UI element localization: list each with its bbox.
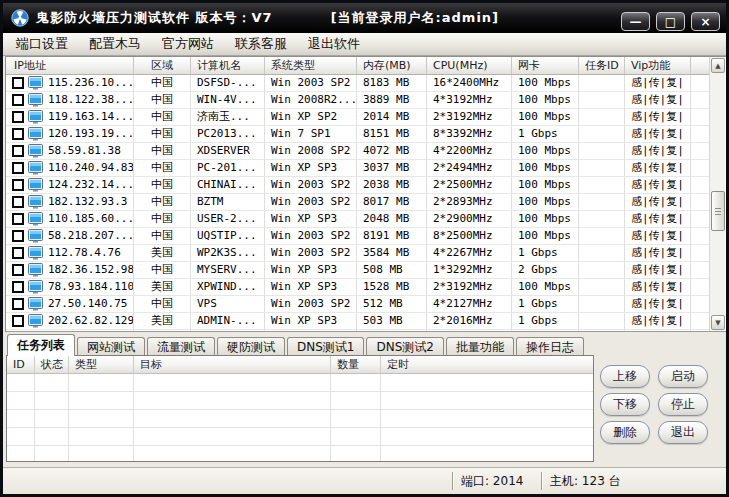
host-vip-functions[interactable]: 感|传|复| xyxy=(625,160,691,176)
host-row[interactable]: 感|传|复| xyxy=(6,330,709,331)
host-row[interactable]: 110.240.94.83 中国 PC-201... Win XP SP3 30… xyxy=(6,160,709,177)
host-checkbox[interactable] xyxy=(12,230,24,242)
host-row[interactable]: 78.93.184.110 美国 XPWIND... Win XP SP3 15… xyxy=(6,279,709,296)
start-button[interactable]: 启动 xyxy=(658,365,708,388)
host-vip-functions[interactable]: 感|传|复| xyxy=(625,228,691,244)
host-row[interactable]: 115.236.10... 中国 DSFSD-... Win 2003 SP2 … xyxy=(6,75,709,92)
host-vip-functions[interactable]: 感|传|复| xyxy=(625,109,691,125)
host-cpu: 16*2400MHz xyxy=(427,75,512,91)
minimize-icon: — xyxy=(630,16,642,28)
host-row[interactable]: 120.193.19... 中国 PC2013... Win 7 SP1 815… xyxy=(6,126,709,143)
column-header-task-id[interactable]: 任务ID xyxy=(579,57,625,74)
task-column-count[interactable]: 数量 xyxy=(331,356,381,373)
scroll-thumb[interactable] xyxy=(711,191,725,231)
host-row[interactable]: 58.218.207... 中国 UQSTIP... Win 2003 SP2 … xyxy=(6,228,709,245)
host-checkbox[interactable] xyxy=(12,281,24,293)
stop-button[interactable]: 停止 xyxy=(658,393,708,416)
close-button[interactable]: × xyxy=(691,12,720,31)
status-port: 端口: 2014 xyxy=(453,468,541,494)
tab-website-test[interactable]: 网站测试 xyxy=(77,337,145,356)
column-header-computer-name[interactable]: 计算机名 xyxy=(191,57,265,74)
host-ip: 58.59.81.38 xyxy=(48,143,121,159)
host-row[interactable]: 182.132.93.3 中国 BZTM Win 2003 SP2 8017 M… xyxy=(6,194,709,211)
host-vip-functions[interactable]: 感|传|复| xyxy=(625,143,691,159)
host-vip-functions[interactable]: 感|传|复| xyxy=(625,194,691,210)
host-checkbox[interactable] xyxy=(12,128,24,140)
host-vip-functions[interactable]: 感|传|复| xyxy=(625,296,691,312)
host-checkbox[interactable] xyxy=(12,179,24,191)
host-row[interactable]: 112.78.4.76 美国 WP2K3S... Win 2003 SP2 35… xyxy=(6,245,709,262)
delete-button[interactable]: 删除 xyxy=(600,421,650,444)
host-row[interactable]: 27.50.140.75 中国 VPS Win 2003 SP2 512 MB … xyxy=(6,296,709,313)
host-checkbox[interactable] xyxy=(12,111,24,123)
column-header-memory[interactable]: 内存(MB) xyxy=(357,57,427,74)
tab-dns-test2[interactable]: DNS测试2 xyxy=(366,337,443,356)
host-memory xyxy=(357,330,427,331)
maximize-icon: □ xyxy=(665,16,676,28)
tab-task-list[interactable]: 任务列表 xyxy=(7,334,75,356)
column-header-nic[interactable]: 网卡 xyxy=(512,57,579,74)
task-column-schedule[interactable]: 定时 xyxy=(381,356,593,373)
column-header-cpu[interactable]: CPU(MHz) xyxy=(427,57,512,74)
host-nic: 100 Mbps xyxy=(512,75,579,91)
host-vip-functions[interactable]: 感|传|复| xyxy=(625,245,691,261)
host-vip-functions[interactable]: 感|传|复| xyxy=(625,262,691,278)
host-checkbox[interactable] xyxy=(12,213,24,225)
host-checkbox[interactable] xyxy=(12,77,24,89)
host-vip-functions[interactable]: 感|传|复| xyxy=(625,279,691,295)
host-vip-functions[interactable]: 感|传|复| xyxy=(625,126,691,142)
menu-item-contact-support[interactable]: 联系客服 xyxy=(228,33,294,55)
tab-operation-log[interactable]: 操作日志 xyxy=(516,337,584,356)
tab-traffic-test[interactable]: 流量测试 xyxy=(147,337,215,356)
scrollbar-track[interactable]: ▲ ▼ xyxy=(709,57,725,331)
tab-dns-test1[interactable]: DNS测试1 xyxy=(287,337,364,356)
menu-item-trojan-config[interactable]: 配置木马 xyxy=(82,33,148,55)
host-vip-functions[interactable]: 感|传|复| xyxy=(625,211,691,227)
host-checkbox[interactable] xyxy=(12,247,24,259)
menu-item-port-settings[interactable]: 端口设置 xyxy=(9,33,75,55)
column-header-vip[interactable]: Vip功能 xyxy=(625,57,691,74)
host-computer-name: XPWIND... xyxy=(191,279,265,295)
menu-item-official-site[interactable]: 官方网站 xyxy=(155,33,221,55)
host-table-header: IP地址 区域 计算机名 系统类型 内存(MB) CPU(MHz) 网卡 任务I… xyxy=(6,57,709,75)
host-os: Win 2003 SP2 xyxy=(265,177,357,193)
column-header-os[interactable]: 系统类型 xyxy=(265,57,357,74)
task-column-status[interactable]: 状态 xyxy=(35,356,69,373)
scroll-up-button[interactable]: ▲ xyxy=(711,58,725,73)
scroll-down-button[interactable]: ▼ xyxy=(711,315,725,330)
host-row[interactable]: 182.36.152.98 中国 MYSERV... Win XP SP3 50… xyxy=(6,262,709,279)
host-vip-functions[interactable]: 感|传|复| xyxy=(625,75,691,91)
host-checkbox[interactable] xyxy=(12,196,24,208)
host-checkbox[interactable] xyxy=(12,298,24,310)
task-column-target[interactable]: 目标 xyxy=(134,356,331,373)
host-row[interactable]: 110.185.60... 中国 USER-2... Win XP SP3 20… xyxy=(6,211,709,228)
host-vip-functions[interactable]: 感|传|复| xyxy=(625,330,691,331)
host-row[interactable]: 202.62.82.129 美国 ADMIN-... Win XP SP3 50… xyxy=(6,313,709,330)
host-vip-functions[interactable]: 感|传|复| xyxy=(625,177,691,193)
exit-button[interactable]: 退出 xyxy=(658,421,708,444)
minimize-button[interactable]: — xyxy=(621,12,650,31)
tab-batch-functions[interactable]: 批量功能 xyxy=(446,337,514,356)
tab-hard-defense-test[interactable]: 硬防测试 xyxy=(217,337,285,356)
host-checkbox[interactable] xyxy=(12,315,24,327)
host-memory: 3584 MB xyxy=(357,245,427,261)
host-row[interactable]: 124.232.14... 中国 CHINAI... Win 2003 SP2 … xyxy=(6,177,709,194)
host-row[interactable]: 58.59.81.38 中国 XDSERVER Win 2008 SP2 407… xyxy=(6,143,709,160)
task-column-type[interactable]: 类型 xyxy=(69,356,134,373)
host-checkbox[interactable] xyxy=(12,94,24,106)
move-down-button[interactable]: 下移 xyxy=(600,393,650,416)
host-vip-functions[interactable]: 感|传|复| xyxy=(625,313,691,329)
host-row[interactable]: 118.122.38... 中国 WIN-4V... Win 2008R2...… xyxy=(6,92,709,109)
maximize-button[interactable]: □ xyxy=(656,12,685,31)
host-cpu: 4*2127MHz xyxy=(427,296,512,312)
column-header-region[interactable]: 区域 xyxy=(134,57,191,74)
task-column-id[interactable]: ID xyxy=(7,356,35,373)
host-checkbox[interactable] xyxy=(12,264,24,276)
host-vip-functions[interactable]: 感|传|复| xyxy=(625,92,691,108)
host-checkbox[interactable] xyxy=(12,145,24,157)
move-up-button[interactable]: 上移 xyxy=(600,365,650,388)
host-checkbox[interactable] xyxy=(12,162,24,174)
host-row[interactable]: 119.163.14... 中国 济南玉... Win XP SP2 2014 … xyxy=(6,109,709,126)
column-header-ip[interactable]: IP地址 xyxy=(6,57,134,74)
menu-item-exit-software[interactable]: 退出软件 xyxy=(301,33,367,55)
